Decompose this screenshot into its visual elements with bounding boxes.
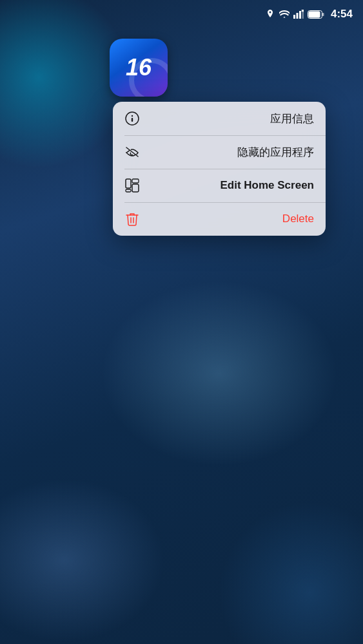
app-icon-container: 16 (110, 39, 168, 97)
status-time: 4:54 (331, 8, 353, 21)
app-icon: 16 (110, 39, 168, 97)
svg-rect-0 (293, 15, 295, 19)
svg-rect-7 (308, 11, 320, 17)
svg-rect-15 (132, 184, 139, 192)
svg-rect-14 (132, 179, 139, 183)
eye-slash-icon (124, 144, 140, 160)
edit-home-screen-label: Edit Home Screen (221, 179, 315, 192)
info-circle-icon (124, 111, 140, 126)
status-icons: 4:54 (265, 8, 353, 21)
menu-item-edit-home-screen[interactable]: Edit Home Screen (113, 169, 326, 202)
location-icon (265, 9, 275, 19)
svg-rect-1 (296, 13, 298, 19)
phone-grid-icon (124, 178, 140, 193)
cellular-icon (293, 9, 304, 19)
delete-label: Delete (282, 213, 314, 225)
app-info-label: 应用信息 (270, 111, 314, 126)
app-icon-number: 16 (126, 54, 152, 81)
context-menu: 应用信息 隐藏的应用程序 Edit Home Screen (113, 102, 326, 236)
svg-point-10 (132, 115, 133, 117)
wifi-icon (279, 9, 289, 19)
svg-rect-13 (126, 189, 131, 192)
menu-item-app-info[interactable]: 应用信息 (113, 102, 326, 135)
wallpaper (0, 0, 363, 644)
status-bar: 4:54 (0, 0, 363, 28)
trash-icon (124, 211, 140, 227)
menu-item-hidden-apps[interactable]: 隐藏的应用程序 (113, 135, 326, 169)
svg-rect-11 (132, 118, 133, 122)
svg-rect-12 (126, 179, 131, 188)
battery-icon (308, 9, 324, 19)
svg-rect-8 (322, 13, 324, 16)
svg-rect-2 (299, 11, 301, 19)
menu-item-delete[interactable]: Delete (113, 202, 326, 236)
hidden-apps-label: 隐藏的应用程序 (237, 145, 314, 160)
